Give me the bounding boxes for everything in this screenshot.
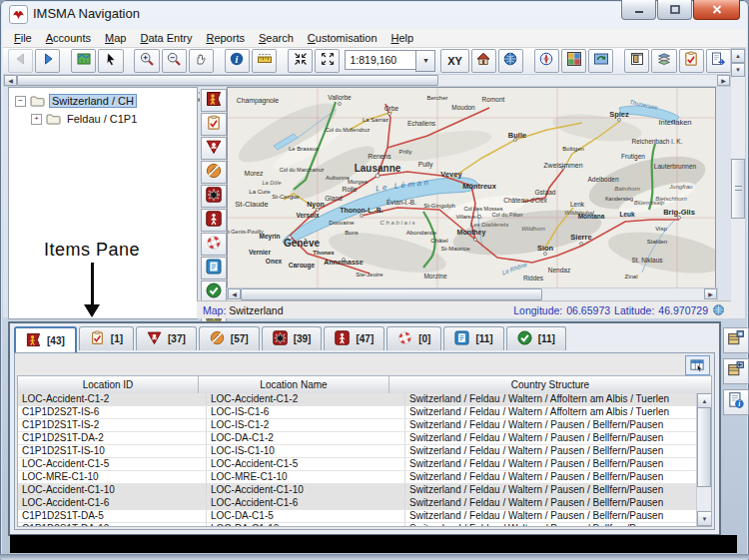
map-view-button[interactable] <box>71 49 96 73</box>
task-tool-button[interactable] <box>201 113 227 136</box>
hazard-reduction-tool-button[interactable] <box>201 161 227 184</box>
explosion-tool-button[interactable] <box>201 185 227 208</box>
menu-customisation[interactable]: Customisation <box>302 30 385 46</box>
table-row[interactable]: C1P1D2S1T-IS-10LOC-IS-C1-10Switzerland /… <box>18 445 697 458</box>
table-vscrollbar[interactable]: ▲ ▼ <box>696 393 711 526</box>
map-hscroll-right-button[interactable]: ▶ <box>704 288 717 299</box>
column-header-country-structure[interactable]: Country Structure <box>389 376 711 393</box>
table-scroll-thumb[interactable] <box>697 407 711 487</box>
pan-button[interactable] <box>189 49 214 73</box>
select-tool-button[interactable] <box>98 49 123 73</box>
map-hscroll-left-button[interactable]: ◀ <box>228 288 241 299</box>
table-row[interactable]: LOC-Accident-C1-5LOC-Accident-C1-5Switze… <box>18 458 697 471</box>
zoom-to-selection-button[interactable] <box>288 49 313 73</box>
table-row[interactable]: LOC-Accident-C1-6LOC-Accident-C1-6Switze… <box>18 497 697 510</box>
assistance-tool-button[interactable] <box>201 233 227 256</box>
menu-accounts[interactable]: Accounts <box>40 30 99 46</box>
qa-icon <box>454 330 469 347</box>
report-info-button[interactable]: i <box>723 389 749 415</box>
vscroll-thumb[interactable] <box>731 159 745 219</box>
tree-expander-minus[interactable]: − <box>15 96 26 107</box>
menu-map[interactable]: Map <box>99 30 134 46</box>
column-chooser-button[interactable] <box>685 355 710 375</box>
forward-button[interactable] <box>35 49 60 73</box>
window-button[interactable] <box>624 49 649 73</box>
table-cell: LOC-DA-C1-10 <box>207 523 405 526</box>
column-header-location-id[interactable]: Location ID <box>18 376 199 393</box>
tab-count: [0] <box>418 333 430 344</box>
zoom-out-button[interactable] <box>162 49 187 73</box>
map-label: Villars-s-O. <box>455 214 483 220</box>
measure-button[interactable] <box>252 49 277 73</box>
window-vscrollbar[interactable]: ▲ ▼ <box>730 48 746 319</box>
menu-help[interactable]: Help <box>385 30 422 46</box>
layers-button[interactable] <box>561 49 586 73</box>
table-row[interactable]: LOC-Accident-C1-10LOC-Accident-C1-10Swit… <box>18 484 697 497</box>
scale-combo[interactable]: 1:819,160▼ <box>345 50 435 72</box>
table-cell: LOC-IS-C1-2 <box>207 419 405 431</box>
hscroll-thumb[interactable] <box>17 75 438 86</box>
menu-file[interactable]: File <box>8 30 40 46</box>
map-hscroll-thumb[interactable] <box>241 288 542 300</box>
zoom-in-button[interactable] <box>134 49 159 73</box>
checklist-button[interactable] <box>679 49 704 73</box>
tab-accident[interactable]: [43] <box>14 326 77 352</box>
table-row[interactable]: C1P1D2S2T-IS-6LOC-IS-C1-6Switzerland / F… <box>18 406 697 419</box>
map-canvas[interactable]: ChampagnoleMorezSt-ClaudeLa CureSt-Cergu… <box>227 87 716 288</box>
attach-pane-button[interactable] <box>723 358 749 384</box>
table-row[interactable]: C1P1D2S1T-DA-10LOC-DA-C1-10Switzerland /… <box>18 523 697 526</box>
full-extent-button[interactable] <box>315 49 340 73</box>
menu-reports[interactable]: Reports <box>200 30 253 46</box>
toolbar-hscrollbar[interactable]: ◀ ▶ <box>3 74 731 87</box>
column-header-location-name[interactable]: Location Name <box>199 376 389 393</box>
vscroll-down-button[interactable]: ▼ <box>731 63 745 77</box>
close-button[interactable] <box>693 0 740 20</box>
table-row[interactable]: C1P1D2S1T-DA-2LOC-DA-C1-2Switzerland / F… <box>18 432 697 445</box>
scale-dropdown-button[interactable]: ▼ <box>415 50 435 72</box>
globe-button[interactable] <box>498 49 523 73</box>
tab-assistance[interactable]: [0] <box>386 326 441 350</box>
table-row[interactable]: C1P1D2S1T-DA-5LOC-DA-C1-5Switzerland / F… <box>18 510 697 523</box>
tree-item-feldau-c1p1[interactable]: +Feldau / C1P1 <box>31 111 139 127</box>
tab-qa[interactable]: [11] <box>443 326 503 350</box>
accident-tool-button[interactable] <box>201 89 227 112</box>
tab-explosion[interactable]: [39] <box>262 326 323 350</box>
map-label: Montreux <box>462 182 497 191</box>
detach-pane-button[interactable] <box>723 327 749 353</box>
vscroll-up-button[interactable]: ▲ <box>731 49 745 63</box>
table-row[interactable]: LOC-Accident-C1-2LOC-Accident-C1-2Switze… <box>18 393 697 406</box>
new-report-button[interactable] <box>706 49 731 73</box>
map-refresh-button[interactable] <box>588 49 613 73</box>
hazard-tool-button[interactable] <box>201 137 227 160</box>
back-button[interactable] <box>8 49 33 73</box>
table-scroll-down-button[interactable]: ▼ <box>697 511 712 526</box>
tab-victim[interactable]: [47] <box>324 326 384 350</box>
qa-tool-button[interactable] <box>201 257 227 280</box>
table-scroll-up-button[interactable]: ▲ <box>697 393 712 408</box>
layer-stack-button[interactable] <box>651 49 676 73</box>
xy-button[interactable]: XY <box>440 49 468 73</box>
hscroll-left-button[interactable]: ◀ <box>4 75 17 86</box>
minimize-button[interactable] <box>621 0 656 20</box>
location-tree[interactable]: −Switzerland / CH+Feldau / C1P1 <box>8 87 198 319</box>
tab-hazard-reduction[interactable]: [57] <box>199 326 260 350</box>
tree-expander-plus[interactable]: + <box>31 114 42 125</box>
tab-completed[interactable]: [11] <box>506 326 566 350</box>
map-hscrollbar[interactable]: ◀ ▶ <box>227 287 718 301</box>
menu-search[interactable]: Search <box>253 30 302 46</box>
victim-tool-button[interactable] <box>201 209 227 232</box>
scale-input[interactable]: 1:819,160 <box>345 50 415 70</box>
identify-button[interactable]: i <box>225 49 250 73</box>
table-row[interactable]: C1P1D2S1T-IS-2LOC-IS-C1-2Switzerland / F… <box>18 419 697 432</box>
compass-button[interactable] <box>534 49 559 73</box>
title-bar[interactable]: IMSMA Navigation <box>0 0 749 28</box>
hscroll-right-button[interactable]: ▶ <box>717 75 730 86</box>
tab-task[interactable]: [1] <box>79 326 134 350</box>
home-button[interactable] <box>471 49 496 73</box>
tree-item-switzerland-ch[interactable]: −Switzerland / CH <box>15 93 137 109</box>
maximize-button[interactable] <box>657 0 692 20</box>
tab-hazard[interactable]: [37] <box>136 326 197 350</box>
menu-data-entry[interactable]: Data Entry <box>134 30 200 46</box>
window-title: IMSMA Navigation <box>33 6 140 21</box>
table-row[interactable]: LOC-MRE-C1-10LOC-MRE-C1-10Switzerland / … <box>18 471 697 484</box>
